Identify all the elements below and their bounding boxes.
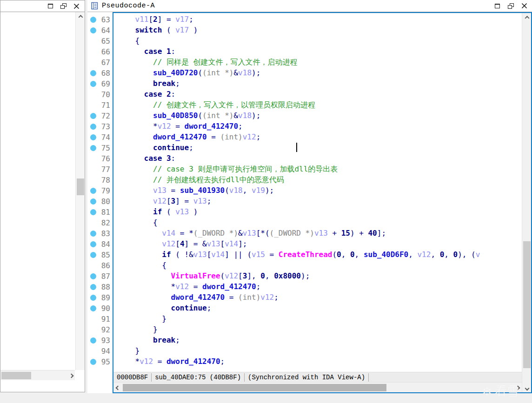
pseudocode-window: Pseudocode-A 636465666768697071727374757…: [87, 0, 532, 393]
line-number: 74: [101, 132, 113, 143]
gutter-row: 63: [87, 14, 113, 25]
code-line[interactable]: }: [117, 313, 522, 324]
close-button[interactable]: [521, 3, 527, 9]
line-number: 70: [101, 89, 113, 100]
address-dot[interactable]: [90, 241, 96, 247]
code-line[interactable]: dword_412470 = (int)v12;: [117, 132, 522, 142]
gutter-row: 94: [87, 346, 113, 357]
line-number: 92: [101, 324, 113, 335]
code-line[interactable]: // case 3 则是申请可执行堆空间，加载dll的导出表: [117, 164, 522, 174]
vertical-scrollbar-thumb[interactable]: [77, 178, 84, 195]
address-dot[interactable]: [90, 188, 96, 194]
code-line[interactable]: {: [117, 35, 522, 46]
line-number: 64: [101, 25, 113, 36]
line-number: 65: [101, 36, 113, 46]
line-number: 67: [101, 57, 113, 68]
status-segment: sub_40DAE0:75 (40DB8F): [152, 373, 245, 382]
code-line[interactable]: break;: [117, 78, 522, 89]
address-dot[interactable]: [90, 134, 96, 140]
code-line[interactable]: case 2:: [117, 89, 522, 99]
horizontal-scrollbar-thumb[interactable]: [123, 384, 386, 391]
address-dot[interactable]: [90, 70, 96, 76]
line-number: 95: [101, 357, 113, 367]
maximize-button[interactable]: [47, 3, 53, 9]
code-line[interactable]: sub_40D720((int *)&v18);: [117, 67, 522, 78]
address-dot[interactable]: [90, 305, 96, 311]
code-line[interactable]: v11[2] = v17;: [117, 14, 522, 25]
code-line[interactable]: continue;: [117, 142, 522, 153]
restore-button[interactable]: [507, 3, 514, 9]
code-line[interactable]: dword_412470 = (int)v12;: [117, 292, 522, 303]
horizontal-scrollbar-thumb[interactable]: [1, 372, 31, 379]
restore-icon: [508, 3, 514, 9]
address-dot[interactable]: [90, 337, 96, 344]
gutter-row: 73: [87, 121, 113, 132]
address-dot[interactable]: [90, 273, 96, 279]
gutter-row: 83: [87, 228, 113, 239]
left-vertical-scrollbar[interactable]: [75, 12, 85, 380]
line-number: 73: [101, 121, 113, 132]
maximize-button[interactable]: [494, 3, 500, 9]
code-line[interactable]: *v12 = dword_412470;: [117, 121, 522, 132]
code-line[interactable]: continue;: [117, 303, 522, 313]
address-dot[interactable]: [90, 359, 96, 365]
scroll-down-button[interactable]: [522, 384, 532, 392]
left-horizontal-scrollbar[interactable]: [0, 370, 75, 380]
code-line[interactable]: if ( v13 ): [117, 206, 522, 217]
code-line[interactable]: sub_40D850((int *)&v18);: [117, 110, 522, 121]
address-dot[interactable]: [90, 27, 96, 33]
code-line[interactable]: if ( !&v13[v14] || (v15 = CreateThread(0…: [117, 249, 522, 260]
address-dot[interactable]: [90, 231, 96, 237]
line-number: 89: [101, 292, 113, 303]
address-dot[interactable]: [90, 124, 96, 130]
code-line[interactable]: // 同样是 创建文件，写入文件，启动进程: [117, 57, 522, 67]
gutter-row: 66: [87, 46, 113, 57]
code-line[interactable]: case 1:: [117, 46, 522, 57]
address-dot[interactable]: [90, 113, 96, 119]
address-dot[interactable]: [90, 295, 96, 301]
code-line[interactable]: v14 = *(_DWORD *)&v13[*((_DWORD *)v13 + …: [117, 228, 522, 238]
address-dot[interactable]: [90, 284, 96, 290]
address-dot[interactable]: [90, 252, 96, 258]
scroll-left-button[interactable]: [113, 383, 122, 393]
address-dot[interactable]: [90, 17, 96, 23]
gutter-row: 93: [87, 335, 113, 346]
scroll-right-button[interactable]: [513, 383, 522, 393]
scroll-up-button[interactable]: [76, 12, 85, 20]
code-line[interactable]: v12[4] = &v13[v14];: [117, 238, 522, 249]
address-dot[interactable]: [90, 145, 96, 151]
pseudocode-titlebar[interactable]: Pseudocode-A: [87, 0, 532, 12]
line-number: 75: [101, 143, 113, 153]
code-line[interactable]: }: [117, 345, 522, 356]
code-line[interactable]: *v12 = dword_412470;: [117, 356, 522, 367]
code-line[interactable]: }: [117, 324, 522, 335]
code-line[interactable]: case 3:: [117, 153, 522, 164]
restore-button[interactable]: [60, 3, 66, 9]
code-line[interactable]: {: [117, 260, 522, 271]
scroll-right-button[interactable]: [67, 370, 75, 381]
code-line[interactable]: VirtualFree(v12[3], 0, 0x8000);: [117, 271, 522, 281]
code-line[interactable]: switch ( v17 ): [117, 25, 522, 35]
horizontal-scrollbar[interactable]: [113, 382, 522, 392]
code-line[interactable]: {: [117, 217, 522, 228]
left-panel-titlebar: [0, 0, 85, 12]
status-bar: 0000DB8Fsub_40DAE0:75 (40DB8F)(Synchroni…: [113, 372, 522, 382]
code-line[interactable]: // 创建文件，写入文件，以管理员权限启动进程: [117, 99, 522, 110]
line-number: 69: [101, 79, 113, 89]
code-line[interactable]: *v12 = dword_412470;: [117, 281, 522, 292]
code-line[interactable]: break;: [117, 335, 522, 345]
gutter-row: 76: [87, 153, 113, 164]
gutter-row: 78: [87, 175, 113, 185]
scroll-up-button[interactable]: [522, 13, 532, 21]
line-number: 93: [101, 335, 113, 346]
code-line[interactable]: // 并创建线程去执行dll中的恶意代码: [117, 174, 522, 185]
code-line[interactable]: v12[3] = v13;: [117, 196, 522, 206]
address-dot[interactable]: [90, 81, 96, 87]
close-button[interactable]: [73, 3, 80, 9]
address-dot[interactable]: [90, 198, 96, 205]
address-dot[interactable]: [90, 209, 96, 215]
code-editor[interactable]: v11[2] = v17; switch ( v17 ) { case 1: /…: [113, 13, 522, 372]
vertical-scrollbar-thumb[interactable]: [523, 241, 531, 368]
vertical-scrollbar[interactable]: [522, 13, 531, 392]
code-line[interactable]: v13 = sub_401930(v18, v19);: [117, 185, 522, 196]
